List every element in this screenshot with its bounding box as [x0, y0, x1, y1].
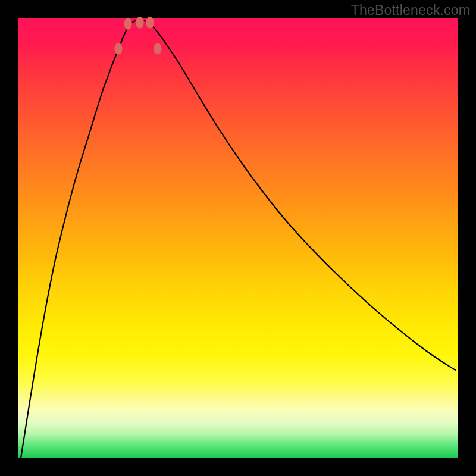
curve-marker	[146, 17, 154, 29]
curve-marker	[114, 43, 123, 55]
curve-marker	[154, 43, 162, 55]
bottleneck-curve	[21, 20, 455, 458]
curve-svg	[18, 18, 458, 458]
watermark-text: TheBottleneck.com	[351, 2, 470, 18]
plot-area	[18, 18, 458, 458]
curve-marker	[124, 18, 132, 30]
curve-markers	[114, 17, 162, 55]
curve-marker	[136, 17, 144, 29]
chart-frame: TheBottleneck.com	[0, 0, 476, 476]
